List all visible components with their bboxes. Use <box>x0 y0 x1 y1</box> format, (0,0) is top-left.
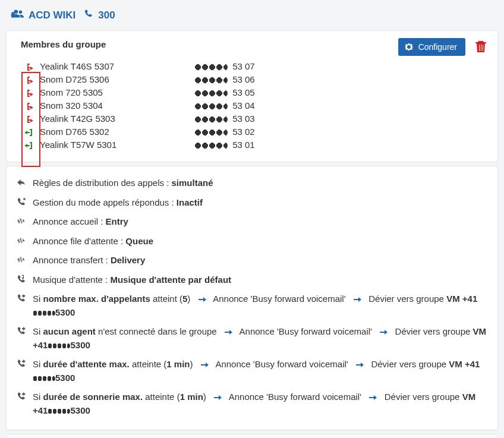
members-panel: Membres du groupe Configurer Yealink T46… <box>6 30 498 162</box>
wave-icon <box>16 255 27 263</box>
member-name: Snom D765 5302 <box>40 127 188 137</box>
member-row[interactable]: Yealink T42G 5303 53 03 <box>17 112 487 125</box>
member-number: 53 04 <box>194 100 255 111</box>
phone-forward-icon <box>16 392 27 400</box>
configure-button[interactable]: Configurer <box>398 38 465 56</box>
trash-icon <box>475 40 487 53</box>
masked-digits <box>48 343 70 349</box>
masked-digits <box>33 376 55 382</box>
member-name: Yealink T57W 5301 <box>40 140 188 150</box>
member-name: Yealink T46S 5307 <box>40 61 188 71</box>
member-row[interactable]: Snom D765 5302 53 02 <box>17 125 487 138</box>
extension-number: 300 <box>98 10 115 21</box>
status-panel: LE GROUPE EST : ACTIF Modifiez l'option … <box>6 434 498 438</box>
masked-digits <box>194 77 228 84</box>
arrow-icon <box>355 361 364 368</box>
login-icon <box>23 128 34 136</box>
answered-mode: Gestion du mode appels répondus : Inacti… <box>33 196 488 210</box>
member-row[interactable]: Snom 720 5305 53 05 <box>17 86 487 99</box>
member-row[interactable]: Snom 320 5304 53 04 <box>17 99 487 112</box>
login-icon <box>23 141 34 149</box>
max-wait-rule: Si durée d'attente max. atteinte (1 min)… <box>33 358 488 385</box>
masked-digits <box>194 129 228 136</box>
logout-icon <box>23 62 34 71</box>
masked-digits <box>194 64 228 71</box>
max-ring-rule: Si durée de sonnerie max. atteinte (1 mi… <box>33 390 488 417</box>
member-row[interactable]: Yealink T46S 5307 53 07 <box>17 59 487 73</box>
member-number: 53 07 <box>194 61 255 71</box>
wave-icon <box>16 216 27 225</box>
share-icon <box>16 178 27 186</box>
arrow-icon <box>353 296 361 303</box>
arrow-icon <box>379 329 388 336</box>
welcome-announce: Annonce accueil : Entry <box>33 215 488 229</box>
wave-icon <box>16 236 27 244</box>
group-icon <box>11 8 24 22</box>
arrow-icon <box>224 329 232 336</box>
logout-icon <box>23 115 34 123</box>
member-number: 53 05 <box>194 87 255 97</box>
arrow-icon <box>200 361 209 368</box>
page-header: ACD WIKI 300 <box>0 0 504 27</box>
masked-digits <box>194 103 228 110</box>
member-list: Yealink T46S 5307 53 07Snom D725 5306 53… <box>16 58 488 152</box>
member-name: Yealink T42G 5303 <box>40 114 188 124</box>
distribution-rule: Règles de distribution des appels : simu… <box>33 177 488 190</box>
max-callers-rule: Si nombre max. d'appelants atteint (5) A… <box>33 292 488 319</box>
hold-music: Musique d'attente : Musique d'attente pa… <box>33 273 488 287</box>
phone-x-icon <box>16 197 27 206</box>
logout-icon <box>23 102 34 110</box>
logout-icon <box>23 89 34 97</box>
arrow-icon <box>213 394 222 401</box>
rules-panel: Règles de distribution des appels : simu… <box>6 166 498 430</box>
masked-digits <box>194 90 228 97</box>
masked-digits <box>194 116 228 123</box>
queue-announce: Annonce file d'attente : Queue <box>33 235 488 248</box>
phone-forward-icon <box>16 294 27 302</box>
phone-forward-icon <box>16 326 27 335</box>
member-number: 53 06 <box>194 74 255 84</box>
member-number: 53 03 <box>194 114 255 124</box>
arrow-icon <box>198 296 206 303</box>
masked-digits <box>194 142 228 149</box>
phone-forward-icon <box>16 359 27 367</box>
gear-icon <box>404 42 414 52</box>
music-icon <box>16 275 27 283</box>
masked-digits <box>48 408 70 414</box>
member-row[interactable]: Yealink T57W 5301 53 01 <box>17 138 487 151</box>
delete-button[interactable] <box>474 39 488 56</box>
logout-icon <box>23 75 34 84</box>
member-name: Snom 720 5305 <box>40 87 188 97</box>
members-title: Membres du groupe <box>16 38 106 49</box>
phone-icon <box>84 9 93 21</box>
configure-label: Configurer <box>418 42 457 52</box>
member-number: 53 01 <box>194 140 255 150</box>
masked-digits <box>33 310 55 316</box>
member-number: 53 02 <box>194 127 255 137</box>
page-title: ACD WIKI <box>29 10 75 21</box>
member-name: Snom 320 5304 <box>40 100 188 111</box>
member-row[interactable]: Snom D725 5306 53 06 <box>17 73 487 86</box>
no-agent-rule: Si aucun agent n'est connecté dans le gr… <box>33 325 488 352</box>
transfer-announce: Annonce transfert : Delivery <box>33 254 488 267</box>
arrow-icon <box>368 394 377 401</box>
member-name: Snom D725 5306 <box>40 74 188 84</box>
